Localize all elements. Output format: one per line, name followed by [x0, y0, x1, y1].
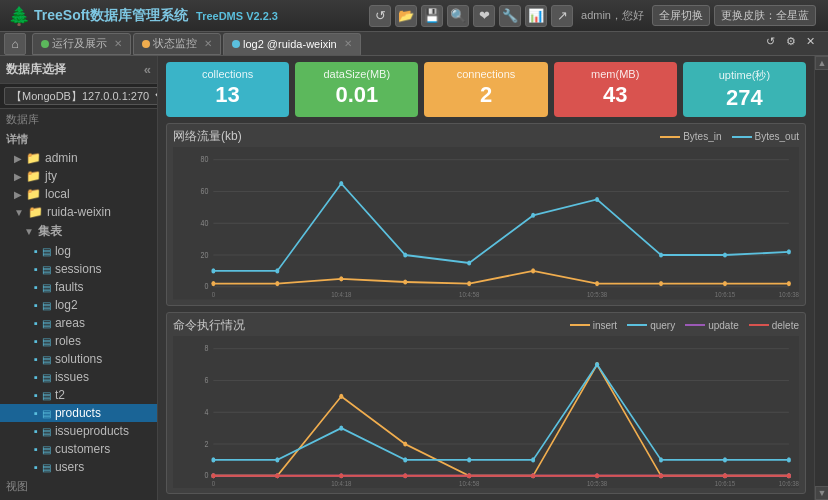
- app-version: TreeDMS V2.2.3: [196, 10, 278, 22]
- svg-point-17: [211, 281, 215, 286]
- toolbar-icon-1[interactable]: ↺: [369, 5, 391, 27]
- svg-point-34: [659, 252, 663, 257]
- app-logo: 🌲 TreeSoft数据库管理系统 TreeDMS V2.2.3: [8, 5, 278, 27]
- tab-dot-2: [232, 40, 240, 48]
- stat-value-1: 0.01: [303, 82, 410, 108]
- tree-item-customers[interactable]: ▪ ▤ customers: [0, 440, 157, 458]
- chart-svg-1: 86420010:4:1810:4:5810:5:3810:6:1510:6:3…: [173, 336, 799, 489]
- tab-2[interactable]: log2 @ruida-weixin✕: [223, 33, 361, 55]
- tree-item-local[interactable]: ▶ 📁 local: [0, 185, 157, 203]
- toolbar-icon-6[interactable]: 🔧: [499, 5, 521, 27]
- tree-item-issues[interactable]: ▪ ▤ issues: [0, 368, 157, 386]
- tree-item-sessions[interactable]: ▪ ▤ sessions: [0, 260, 157, 278]
- tree-item-roles[interactable]: ▪ ▤ roles: [0, 332, 157, 350]
- tree-item-集表[interactable]: ▼ 集表: [0, 221, 157, 242]
- tree-item-users[interactable]: ▪ ▤ users: [0, 458, 157, 476]
- tree-item-areas[interactable]: ▪ ▤ areas: [0, 314, 157, 332]
- content-area: collections13dataSize(MB)0.01connections…: [158, 56, 814, 500]
- detail-label: 详情: [0, 130, 157, 149]
- toolbar-icon-7[interactable]: 📊: [525, 5, 547, 27]
- tab-refresh-button[interactable]: ↺: [766, 35, 784, 53]
- fullscreen-button[interactable]: 全屏切换: [652, 5, 710, 26]
- svg-text:10:6:15: 10:6:15: [715, 479, 735, 487]
- stat-label-4: uptime(秒): [691, 68, 798, 83]
- stat-card-connections: connections2: [424, 62, 547, 117]
- tab-settings-button[interactable]: ⚙: [786, 35, 804, 53]
- home-button[interactable]: ⌂: [4, 33, 26, 55]
- tree-item-solutions[interactable]: ▪ ▤ solutions: [0, 350, 157, 368]
- stat-card-mem(MB): mem(MB)43: [554, 62, 677, 117]
- svg-text:10:6:15: 10:6:15: [715, 290, 735, 298]
- tab-close-2[interactable]: ✕: [344, 38, 352, 49]
- toolbar-icon-4[interactable]: 🔍: [447, 5, 469, 27]
- titlebar: 🌲 TreeSoft数据库管理系统 TreeDMS V2.2.3 ↺ 📂 💾 🔍…: [0, 0, 828, 32]
- svg-point-28: [275, 268, 279, 273]
- svg-text:60: 60: [200, 186, 208, 196]
- svg-text:10:4:18: 10:4:18: [331, 479, 351, 487]
- legend-item-Bytes_out: Bytes_out: [732, 131, 799, 142]
- svg-point-73: [787, 457, 791, 462]
- scroll-down-button[interactable]: ▼: [815, 486, 828, 500]
- scroll-up-button[interactable]: ▲: [815, 56, 828, 70]
- db-selector: 【MongoDB】127.0.0.1:270: [0, 84, 157, 109]
- tree-item-products[interactable]: ▪ ▤ products: [0, 404, 157, 422]
- svg-point-32: [531, 213, 535, 218]
- stat-value-3: 43: [562, 82, 669, 108]
- tree-item-issueproducts[interactable]: ▪ ▤ issueproducts: [0, 422, 157, 440]
- svg-text:6: 6: [204, 375, 208, 385]
- svg-text:0: 0: [212, 479, 216, 487]
- user-label: admin，您好: [581, 8, 644, 23]
- svg-text:10:6:38: 10:6:38: [779, 479, 799, 487]
- legend-item-query: query: [627, 320, 675, 331]
- legend-item-delete: delete: [749, 320, 799, 331]
- tab-0[interactable]: 运行及展示✕: [32, 33, 131, 55]
- svg-point-71: [659, 457, 663, 462]
- toolbar-icon-2[interactable]: 📂: [395, 5, 417, 27]
- svg-point-72: [723, 457, 727, 462]
- legend-item-update: update: [685, 320, 739, 331]
- stat-card-dataSize(MB): dataSize(MB)0.01: [295, 62, 418, 117]
- tab-1[interactable]: 状态监控✕: [133, 33, 221, 55]
- tree-item-jty[interactable]: ▶ 📁 jty: [0, 167, 157, 185]
- tree-item-admin[interactable]: ▶ 📁 admin: [0, 149, 157, 167]
- svg-point-24: [659, 281, 663, 286]
- svg-point-85: [275, 473, 279, 478]
- tab-close-button[interactable]: ✕: [806, 35, 824, 53]
- tab-close-1[interactable]: ✕: [204, 38, 212, 49]
- tree-item-ruida-weixin[interactable]: ▼ 📁 ruida-weixin: [0, 203, 157, 221]
- toolbar-icon-3[interactable]: 💾: [421, 5, 443, 27]
- sidebar-header: 数据库选择 «: [0, 56, 157, 84]
- tab-close-0[interactable]: ✕: [114, 38, 122, 49]
- stat-value-0: 13: [174, 82, 281, 108]
- tab-dot-1: [142, 40, 150, 48]
- svg-point-90: [595, 473, 599, 478]
- stat-label-1: dataSize(MB): [303, 68, 410, 80]
- db-dropdown[interactable]: 【MongoDB】127.0.0.1:270: [4, 87, 158, 105]
- tab-label-2: log2 @ruida-weixin: [243, 38, 337, 50]
- svg-point-67: [403, 457, 407, 462]
- svg-point-31: [467, 260, 471, 265]
- tree-item-log2[interactable]: ▪ ▤ log2: [0, 296, 157, 314]
- toolbar-icon-5[interactable]: ❤: [473, 5, 495, 27]
- svg-point-87: [403, 473, 407, 478]
- tree-item-log[interactable]: ▪ ▤ log: [0, 242, 157, 260]
- svg-point-88: [467, 473, 471, 478]
- skin-button[interactable]: 更换皮肤：全星蓝: [714, 5, 816, 26]
- chart-svg-0: 806040200010:4:1810:4:5810:5:3810:6:1510…: [173, 147, 799, 300]
- sidebar-tree: ▶ 📁 admin▶ 📁 jty▶ 📁 local▼ 📁 ruida-weixi…: [0, 149, 157, 500]
- svg-point-26: [787, 281, 791, 286]
- stat-label-3: mem(MB): [562, 68, 669, 80]
- svg-point-91: [659, 473, 663, 478]
- sidebar-collapse-button[interactable]: «: [144, 62, 151, 77]
- stat-value-2: 2: [432, 82, 539, 108]
- svg-text:10:4:18: 10:4:18: [331, 290, 351, 298]
- legend-item-insert: insert: [570, 320, 617, 331]
- toolbar-icon-8[interactable]: ↗: [551, 5, 573, 27]
- tree-item-t2[interactable]: ▪ ▤ t2: [0, 386, 157, 404]
- svg-point-56: [339, 393, 343, 398]
- tab-label-0: 运行及展示: [52, 36, 107, 51]
- tree-item-faults[interactable]: ▪ ▤ faults: [0, 278, 157, 296]
- svg-point-68: [467, 457, 471, 462]
- svg-point-33: [595, 197, 599, 202]
- tree-icon: 🌲: [8, 5, 30, 27]
